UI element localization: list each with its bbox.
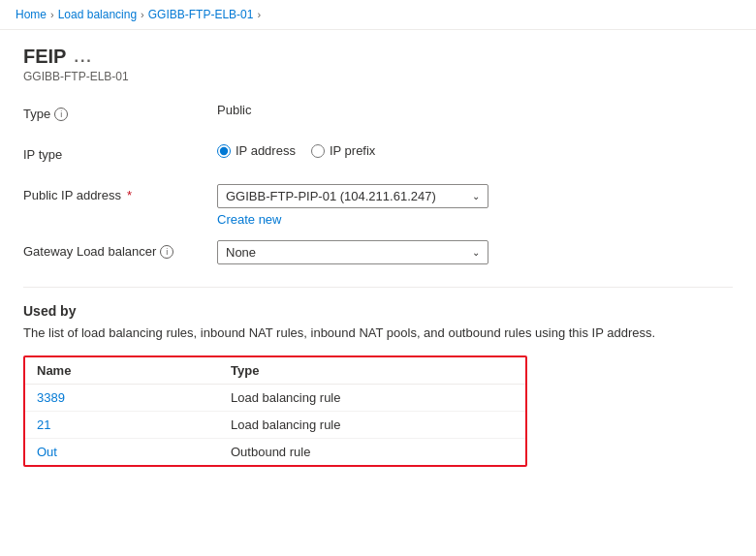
ip-type-radio-group: IP address IP prefix — [217, 143, 375, 158]
row-2-type: Load balancing rule — [231, 417, 514, 432]
ip-prefix-option[interactable]: IP prefix — [311, 143, 375, 158]
page-content: FEIP ... GGIBB-FTP-ELB-01 Type i Public … — [0, 30, 756, 502]
row-1-type: Load balancing rule — [231, 390, 514, 405]
row-3-name-link[interactable]: Out — [37, 445, 57, 459]
table-header: Name Type — [25, 357, 525, 385]
public-ip-dropdown[interactable]: GGIBB-FTP-PIP-01 (104.211.61.247) ⌄ — [217, 184, 488, 208]
gateway-lb-controls: None ⌄ — [217, 240, 733, 264]
gateway-lb-info-icon[interactable]: i — [160, 245, 173, 259]
gateway-lb-row: Gateway Load balancer i None ⌄ — [23, 240, 733, 267]
public-ip-row: Public IP address * GGIBB-FTP-PIP-01 (10… — [23, 184, 733, 227]
row-1-name-link[interactable]: 3389 — [37, 390, 65, 405]
table-row: 3389 Load balancing rule — [25, 385, 525, 412]
ip-type-label: IP type — [23, 143, 217, 162]
breadcrumb-sep-2: › — [141, 9, 144, 20]
ip-address-option[interactable]: IP address — [217, 143, 296, 158]
row-3-name: Out — [37, 445, 231, 459]
row-2-name-link[interactable]: 21 — [37, 417, 50, 432]
used-by-title: Used by — [23, 303, 733, 319]
used-by-section: Used by The list of load balancing rules… — [23, 303, 733, 467]
type-info-icon[interactable]: i — [54, 108, 68, 121]
ip-prefix-label: IP prefix — [330, 143, 375, 158]
breadcrumb-load-balancing[interactable]: Load balancing — [58, 8, 137, 21]
ip-type-row: IP type IP address IP prefix — [23, 143, 733, 170]
section-divider — [23, 287, 733, 288]
more-options-icon[interactable]: ... — [74, 48, 92, 66]
breadcrumb-sep-1: › — [50, 9, 54, 20]
used-by-desc: The list of load balancing rules, inboun… — [23, 324, 733, 342]
page-subtitle: GGIBB-FTP-ELB-01 — [23, 70, 733, 83]
ip-type-options: IP address IP prefix — [217, 143, 733, 158]
breadcrumb-resource[interactable]: GGIBB-FTP-ELB-01 — [148, 8, 254, 21]
form-section: Type i Public IP type IP address — [23, 103, 733, 267]
public-ip-controls: GGIBB-FTP-PIP-01 (104.211.61.247) ⌄ Crea… — [217, 184, 488, 227]
breadcrumb-sep-3: › — [257, 9, 261, 20]
col-header-type: Type — [231, 363, 514, 378]
col-header-name: Name — [37, 363, 231, 378]
row-3-type: Outbound rule — [231, 445, 514, 459]
page-title: FEIP — [23, 46, 66, 68]
type-value: Public — [217, 103, 733, 117]
row-1-name: 3389 — [37, 390, 231, 405]
used-by-table: Name Type 3389 Load balancing rule 21 Lo… — [23, 355, 527, 467]
gateway-lb-dropdown-value: None — [226, 245, 256, 260]
row-2-name: 21 — [37, 417, 231, 432]
page-header: FEIP ... — [23, 46, 733, 68]
type-label: Type i — [23, 103, 217, 121]
required-star: * — [127, 188, 132, 202]
create-new-link[interactable]: Create new — [217, 212, 488, 227]
breadcrumb-home[interactable]: Home — [16, 8, 47, 21]
public-ip-dropdown-value: GGIBB-FTP-PIP-01 (104.211.61.247) — [226, 189, 436, 203]
ip-address-radio[interactable] — [217, 144, 231, 158]
ip-address-label: IP address — [236, 143, 296, 158]
type-row: Type i Public — [23, 103, 733, 130]
public-ip-chevron-icon: ⌄ — [472, 191, 480, 201]
breadcrumb: Home › Load balancing › GGIBB-FTP-ELB-01… — [0, 0, 756, 30]
ip-prefix-radio[interactable] — [311, 144, 325, 158]
gateway-lb-chevron-icon: ⌄ — [472, 247, 480, 258]
public-ip-label: Public IP address * — [23, 184, 217, 202]
table-row: Out Outbound rule — [25, 439, 525, 465]
gateway-lb-dropdown[interactable]: None ⌄ — [217, 240, 488, 264]
gateway-lb-label: Gateway Load balancer i — [23, 240, 217, 259]
table-row: 21 Load balancing rule — [25, 412, 525, 439]
